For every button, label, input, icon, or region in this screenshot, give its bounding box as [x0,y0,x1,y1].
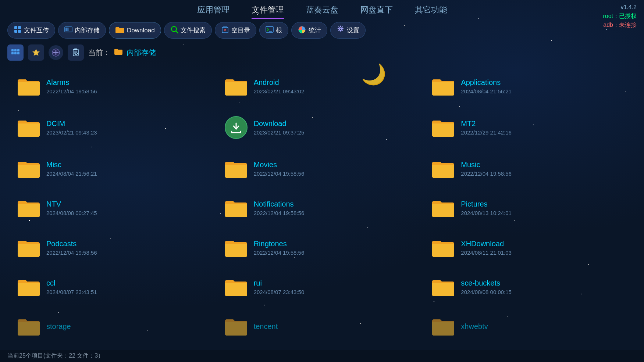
file-date: 2022/12/04 19:58:56 [46,250,97,256]
file-item[interactable]: Android 2023/02/21 09:43:02 [218,67,426,106]
file-name: Podcasts [46,240,97,248]
file-info: Android 2023/02/21 09:43:02 [254,78,305,94]
svg-rect-32 [74,53,76,54]
file-item[interactable]: MT2 2022/12/29 21:42:16 [426,106,633,149]
folder-icon [431,316,455,336]
settings-icon [337,25,345,35]
current-label: 当前： [88,48,110,58]
svg-marker-24 [32,49,40,56]
file-info: Misc 2024/08/04 21:56:21 [46,161,97,177]
file-item[interactable]: Notifications 2022/12/04 19:58:56 [218,189,426,228]
file-item[interactable]: rui 2024/08/07 23:43:50 [218,267,426,307]
top-nav: 应用管理 文件管理 蓝奏云盘 网盘直下 其它功能 v1.4.2 root：已授权… [0,0,644,18]
file-info: Pictures 2024/08/13 10:24:01 [461,200,512,216]
file-item[interactable]: DCIM 2023/02/21 09:43:23 [11,106,218,149]
folder-icon [17,76,40,96]
file-item[interactable]: Music 2022/12/04 19:58:56 [426,149,633,189]
download-folder-button[interactable]: Download [109,22,161,39]
svg-rect-1 [18,26,21,29]
tab-app-management[interactable]: 应用管理 [197,4,230,18]
file-name: Applications [461,78,512,87]
favorites-button[interactable] [28,44,44,61]
download-folder-icon [115,25,125,35]
file-item[interactable]: Ringtones 2022/12/04 19:58:56 [218,228,426,267]
file-item[interactable]: ccl 2024/08/07 23:43:51 [11,267,218,307]
file-item[interactable]: Applications 2024/08/04 21:56:21 [426,67,633,106]
file-name: XHDownload [461,240,512,248]
file-info: Notifications 2022/12/04 19:58:56 [254,200,305,216]
version-info: v1.4.2 root：已授权 adb：未连接 [603,3,637,29]
file-item[interactable]: sce-buckets 2024/08/08 00:00:15 [426,267,633,307]
file-item[interactable]: XHDownload 2024/08/11 21:01:03 [426,228,633,267]
empty-dir-label: 空目录 [231,26,250,35]
status-text: 当前25个项目(文件夹：22 文件：3） [7,352,104,359]
file-item[interactable]: storage [11,307,218,346]
file-name: ccl [46,279,97,287]
file-date: 2022/12/29 21:42:16 [461,129,512,136]
list-view-button[interactable] [7,44,24,61]
folder-icon [17,159,40,179]
file-info: XHDownload 2024/08/11 21:01:03 [461,240,512,256]
root-label: 根 [276,26,282,35]
stats-button[interactable]: 统计 [291,22,327,39]
folder-icon [431,159,455,179]
download-folder-label: Download [127,27,155,34]
tab-other[interactable]: 其它功能 [415,4,447,18]
stats-icon [298,25,306,35]
download-special-icon [224,116,248,139]
file-transfer-button[interactable]: 文件互传 [7,22,55,39]
svg-rect-18 [11,49,14,51]
version-number: v1.4.2 [603,3,637,12]
settings-button[interactable]: 设置 [330,22,366,39]
file-item[interactable]: Misc 2024/08/04 21:56:21 [11,149,218,189]
file-name: Pictures [461,200,512,208]
file-name: storage [46,322,71,331]
file-date: 2022/12/04 19:58:56 [254,250,305,256]
tab-file-management[interactable]: 文件管理 [252,4,284,18]
folder-icon [224,76,248,96]
file-info: MT2 2022/12/29 21:42:16 [461,119,512,136]
clipboard-button[interactable] [68,44,84,61]
empty-dir-button[interactable]: 空目录 [215,22,256,39]
folder-icon [224,277,248,297]
file-item[interactable]: NTV 2024/08/08 00:27:45 [11,189,218,228]
settings-label: 设置 [347,26,359,35]
file-date: 2023/02/21 09:43:23 [46,129,97,136]
file-name: Movies [254,161,305,169]
path-folder-icon [114,48,123,57]
file-name: NTV [46,200,97,208]
file-item[interactable]: Alarms 2022/12/04 19:58:56 [11,67,218,106]
file-item[interactable]: Pictures 2024/08/13 10:24:01 [426,189,633,228]
file-name: Download [254,119,305,128]
file-item[interactable]: Download 2023/02/21 09:37:25 [218,106,426,149]
file-item[interactable]: Podcasts 2022/12/04 19:58:56 [11,228,218,267]
file-item[interactable]: xhwebtv [426,307,633,346]
tab-lanzouyun[interactable]: 蓝奏云盘 [306,4,338,18]
add-button[interactable] [49,45,63,60]
adb-status: adb：未连接 [603,21,637,29]
folder-icon [17,316,40,336]
file-item[interactable]: tencent [218,307,426,346]
file-info: rui 2024/08/07 23:43:50 [254,279,305,295]
folder-icon [224,198,248,218]
file-search-button[interactable]: 文件搜索 [164,22,212,39]
internal-storage-icon [64,25,72,35]
file-name: Music [461,161,512,169]
file-name: sce-buckets [461,279,512,287]
file-date: 2022/12/04 19:58:56 [254,210,305,216]
file-item[interactable]: Movies 2022/12/04 19:58:56 [218,149,426,189]
file-info: tencent [254,322,278,331]
file-date: 2024/08/04 21:56:21 [461,88,512,94]
file-transfer-label: 文件互传 [24,26,49,35]
internal-storage-button[interactable]: 内部存储 [58,22,106,39]
folder-icon [431,238,455,258]
file-info: NTV 2024/08/08 00:27:45 [46,200,97,216]
app-container: 应用管理 文件管理 蓝奏云盘 网盘直下 其它功能 v1.4.2 root：已授权… [0,0,644,362]
file-name: Android [254,78,305,87]
folder-icon [431,198,455,218]
root-button[interactable]: 根 [259,22,288,39]
tab-netdisk[interactable]: 网盘直下 [360,4,393,18]
file-date: 2024/08/07 23:43:51 [46,289,97,295]
root-icon [266,25,274,35]
svg-rect-6 [67,28,68,31]
